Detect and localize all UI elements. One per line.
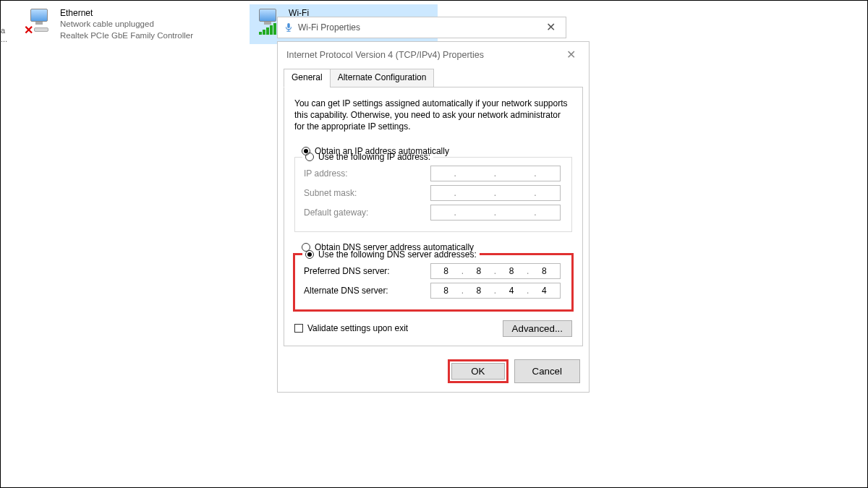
- ip-address-label: IP address:: [304, 168, 430, 179]
- ipv4-properties-dialog: Internet Protocol Version 4 (TCP/IPv4) P…: [277, 41, 590, 393]
- radio-dns-manual-label: Use the following DNS server addresses:: [318, 249, 477, 260]
- close-icon[interactable]: ✕: [562, 48, 580, 62]
- dns-highlight-box: Use the following DNS server addresses: …: [293, 253, 574, 312]
- alternate-dns-input[interactable]: 8. 8. 4. 4: [430, 283, 561, 299]
- radio-ip-manual[interactable]: Use the following IP address:: [302, 152, 433, 162]
- ipv4-dialog-title: Internet Protocol Version 4 (TCP/IPv4) P…: [286, 50, 484, 60]
- radio-icon: [305, 153, 314, 161]
- intro-text: You can get IP settings assigned automat…: [294, 98, 572, 133]
- cancel-button[interactable]: Cancel: [514, 359, 581, 383]
- alternate-dns-label: Alternate DNS server:: [304, 286, 430, 296]
- default-gateway-label: Default gateway:: [304, 207, 430, 218]
- validate-checkbox[interactable]: [294, 324, 303, 333]
- tab-alternate-configuration[interactable]: Alternate Configuration: [330, 69, 435, 87]
- validate-label: Validate settings upon exit: [307, 323, 408, 333]
- svg-rect-0: [287, 23, 290, 28]
- close-icon[interactable]: ✕: [542, 20, 560, 35]
- default-gateway-input: ...: [430, 205, 561, 221]
- ok-highlight-box: OK: [448, 359, 508, 383]
- ethernet-title: Ethernet: [60, 7, 193, 19]
- wifi-properties-dialog: Wi-Fi Properties ✕: [277, 17, 566, 38]
- truncated-item: a ...: [1, 4, 7, 44]
- microphone-icon: [284, 22, 294, 33]
- ip-address-input: ...: [430, 166, 561, 181]
- ethernet-adapter: Realtek PCIe GbE Family Controller: [60, 30, 193, 42]
- wifi-dialog-title: Wi-Fi Properties: [298, 22, 360, 33]
- ok-button[interactable]: OK: [451, 363, 504, 380]
- ethernet-status: Network cable unplugged: [60, 19, 193, 30]
- preferred-dns-input[interactable]: 8. 8. 8. 8: [430, 263, 561, 279]
- subnet-mask-label: Subnet mask:: [304, 188, 430, 198]
- advanced-button[interactable]: Advanced...: [503, 320, 572, 337]
- disconnected-x-icon: ✕: [24, 23, 33, 37]
- network-item-ethernet[interactable]: ✕ Ethernet Network cable unplugged Realt…: [21, 4, 199, 44]
- radio-ip-manual-label: Use the following IP address:: [318, 152, 430, 162]
- tab-general[interactable]: General: [284, 69, 331, 87]
- radio-dns-manual[interactable]: Use the following DNS server addresses:: [302, 249, 480, 260]
- preferred-dns-label: Preferred DNS server:: [304, 266, 430, 276]
- subnet-mask-input: ...: [430, 185, 561, 201]
- radio-icon: [305, 250, 314, 259]
- ethernet-icon: ✕: [27, 7, 56, 33]
